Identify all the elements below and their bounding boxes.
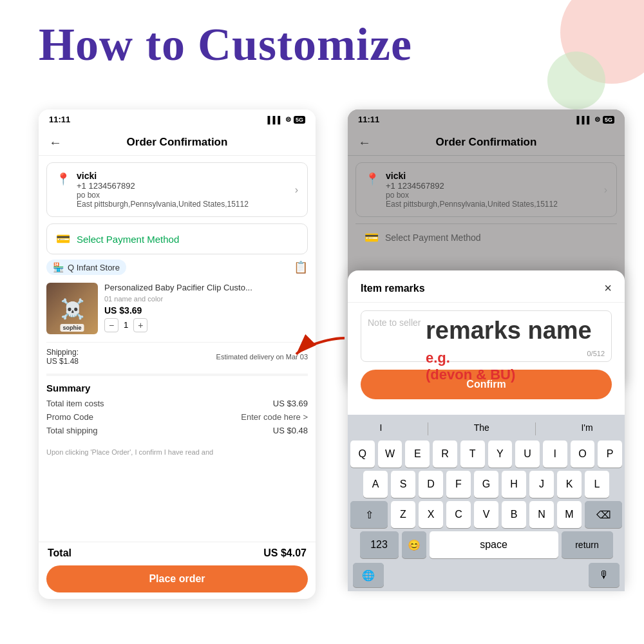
- popup-close-button[interactable]: ×: [604, 281, 612, 296]
- popup-header: Item remarks ×: [348, 270, 625, 303]
- globe-key[interactable]: 🌐: [353, 563, 384, 587]
- suggestion-im[interactable]: I'm: [581, 422, 592, 435]
- char-count: 0/512: [587, 350, 605, 357]
- right-address-phone: +1 1234567892: [386, 181, 598, 191]
- right-payment-icon: 💳: [365, 231, 379, 245]
- back-button[interactable]: ←: [49, 135, 62, 150]
- address-line2: po box: [77, 191, 289, 200]
- key-r[interactable]: R: [433, 440, 457, 468]
- remarks-hint-subtext: e.g.(devon & BU): [426, 350, 515, 383]
- qty-decrease-button[interactable]: −: [104, 318, 118, 332]
- key-o[interactable]: O: [571, 440, 595, 468]
- key-u[interactable]: U: [515, 440, 540, 468]
- remarks-input-area[interactable]: Note to seller remarks name e.g.(devon &…: [361, 310, 612, 362]
- right-status-time: 11:11: [358, 115, 379, 124]
- numbers-key[interactable]: 123: [360, 531, 399, 558]
- right-phone-header: ← Order Confirmation: [348, 129, 625, 156]
- key-p[interactable]: P: [598, 440, 622, 468]
- right-chevron-icon: ›: [604, 184, 607, 196]
- right-address-city: East pittsburgh,Pennsylvania,United Stat…: [386, 200, 598, 209]
- key-k[interactable]: K: [557, 471, 582, 498]
- emoji-key[interactable]: 😊: [402, 531, 426, 558]
- key-h[interactable]: H: [502, 471, 526, 498]
- note-icon[interactable]: 📋: [294, 260, 308, 274]
- status-bar: 11:11 ▌▌▌ ⊜ 5G: [39, 109, 316, 129]
- suggestion-the[interactable]: The: [474, 422, 489, 435]
- key-s[interactable]: S: [391, 471, 415, 498]
- right-address-line2: po box: [386, 191, 598, 200]
- key-m[interactable]: M: [557, 501, 582, 528]
- key-f[interactable]: F: [446, 471, 471, 498]
- remarks-hint-text: remarks name: [426, 317, 592, 345]
- key-c[interactable]: C: [446, 501, 471, 528]
- address-info: vicki +1 1234567892 po box East pittsbur…: [77, 171, 289, 209]
- signal-icon: ▌▌▌: [268, 116, 283, 124]
- store-icon: 🏪: [53, 262, 64, 272]
- key-y[interactable]: Y: [488, 440, 513, 468]
- shipping-cost: US $1.48: [46, 357, 79, 366]
- 5g-badge: 5G: [294, 116, 305, 124]
- keyboard-suggestions: I The I'm: [350, 420, 622, 438]
- store-name: Q Infant Store: [68, 263, 120, 272]
- status-icons: ▌▌▌ ⊜ 5G: [268, 115, 305, 124]
- shipping-row: Shipping: US $1.48 Estimated delivery on…: [46, 342, 308, 371]
- right-location-icon: 📍: [365, 172, 379, 186]
- total-value: US $4.07: [263, 547, 307, 559]
- key-l[interactable]: L: [585, 471, 609, 498]
- key-j[interactable]: J: [529, 471, 554, 498]
- keyboard-spacer: [387, 563, 585, 587]
- summary-section: Summary Total item costs US $3.69 Promo …: [46, 374, 308, 446]
- right-payment-label: Select Payment Method: [385, 232, 481, 243]
- popup-title: Item remarks: [361, 283, 425, 294]
- key-t[interactable]: T: [460, 440, 485, 468]
- key-b[interactable]: B: [502, 501, 526, 528]
- keyboard: I The I'm Q W E R T Y U I O P A S D F G …: [348, 415, 625, 591]
- product-row: ☠️ sophie Personalized Baby Pacifier Cli…: [46, 278, 308, 339]
- summary-row-items: Total item costs US $3.69: [46, 399, 308, 408]
- return-key[interactable]: return: [562, 531, 613, 558]
- summary-row-shipping: Total shipping US $0.48: [46, 426, 308, 435]
- key-z[interactable]: Z: [391, 501, 415, 528]
- product-variant: 01 name and color: [104, 295, 308, 303]
- qty-increase-button[interactable]: +: [133, 318, 147, 332]
- disclaimer-text: Upon clicking 'Place Order', I confirm I…: [46, 448, 308, 456]
- key-a[interactable]: A: [363, 471, 388, 498]
- chevron-right-icon: ›: [295, 184, 298, 196]
- key-x[interactable]: X: [419, 501, 443, 528]
- suggestion-divider-2: [535, 422, 536, 435]
- right-header-title: Order Confirmation: [436, 136, 537, 149]
- address-phone: +1 1234567892: [77, 181, 289, 191]
- key-v[interactable]: V: [474, 501, 498, 528]
- address-card[interactable]: 📍 vicki +1 1234567892 po box East pittsb…: [46, 162, 308, 217]
- place-order-button[interactable]: Place order: [46, 565, 308, 592]
- location-icon: 📍: [56, 172, 70, 186]
- total-bar: Total US $4.07: [39, 542, 316, 564]
- payment-method-row[interactable]: 💳 Select Payment Method: [46, 223, 308, 254]
- mic-key[interactable]: 🎙: [589, 563, 620, 587]
- wifi-icon: ⊜: [285, 115, 291, 124]
- keyboard-row-4: 123 😊 space return: [350, 531, 622, 558]
- summary-items-value: US $3.69: [273, 399, 308, 408]
- key-e[interactable]: E: [405, 440, 430, 468]
- suggestion-i[interactable]: I: [379, 422, 382, 435]
- key-q[interactable]: Q: [350, 440, 375, 468]
- key-i[interactable]: I: [543, 440, 567, 468]
- delete-key[interactable]: ⌫: [585, 501, 622, 528]
- store-badge[interactable]: 🏪 Q Infant Store: [46, 260, 126, 275]
- product-price: US $3.69: [104, 305, 308, 316]
- key-d[interactable]: D: [419, 471, 443, 498]
- shift-key[interactable]: ⇧: [350, 501, 388, 528]
- key-g[interactable]: G: [474, 471, 498, 498]
- summary-row-promo[interactable]: Promo Code Enter code here >: [46, 412, 308, 422]
- right-signal-icon: ▌▌▌: [577, 116, 592, 124]
- key-n[interactable]: N: [529, 501, 554, 528]
- keyboard-row-3: ⇧ Z X C V B N M ⌫: [350, 501, 622, 528]
- decorative-circle-green: [547, 52, 605, 109]
- keyboard-bottom-row: 🌐 🎙: [350, 562, 622, 589]
- payment-icon: 💳: [56, 232, 70, 246]
- summary-shipping-label: Total shipping: [46, 426, 98, 435]
- key-w[interactable]: W: [378, 440, 402, 468]
- product-name: Personalized Baby Pacifier Clip Custo...: [104, 283, 308, 294]
- phone-header: ← Order Confirmation: [39, 129, 316, 156]
- space-key[interactable]: space: [430, 531, 558, 558]
